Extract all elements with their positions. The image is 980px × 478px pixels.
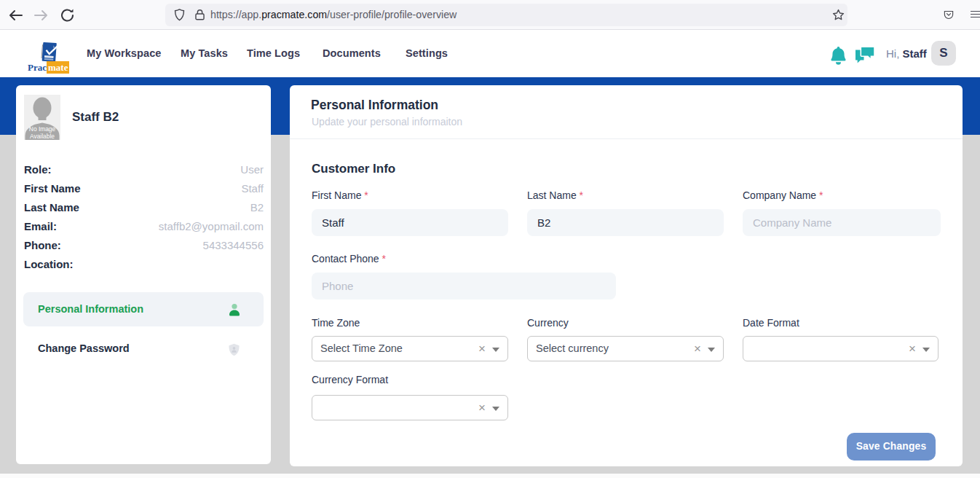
svg-text:No Image: No Image: [29, 125, 56, 133]
svg-text:Available: Available: [30, 133, 55, 140]
